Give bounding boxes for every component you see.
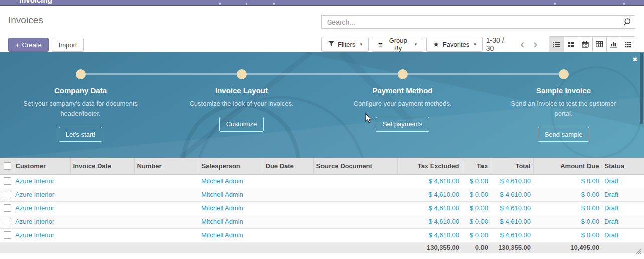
col-header-number[interactable]: Number [134,158,199,174]
close-icon[interactable]: ✖ [633,57,637,62]
table-header-row: Customer Invoice Date Number Salesperson… [0,158,644,174]
col-header-salesperson[interactable]: Salesperson [199,158,263,174]
create-button[interactable]: + Create [8,38,49,52]
col-header-total[interactable]: Total [491,158,533,174]
set-payments-button[interactable]: Set payments [376,117,430,132]
import-button-label: Import [59,41,77,49]
tax-cell: $ 0.00 [462,188,491,201]
number-cell [134,215,199,228]
pager-previous-icon[interactable]: ‹ [517,39,528,50]
row-checkbox[interactable] [4,231,11,239]
lets-start-button[interactable]: Let's start! [59,127,103,142]
status-cell: Draft [602,188,644,201]
col-header-status[interactable]: Status [602,158,644,174]
scrollbar-thumb[interactable] [640,53,643,124]
tax-cell: $ 0.00 [462,201,491,215]
app-brand[interactable]: Invoicing [19,0,52,4]
pager-range: 1-30 / 30 [486,36,509,52]
favorites-dropdown[interactable]: ★ Favorites ▾ [426,37,483,52]
resize-handle[interactable] [634,247,642,255]
search-icon[interactable] [623,18,631,29]
total-cell: $ 4,610.00 [491,201,533,215]
row-checkbox[interactable] [4,218,11,225]
favorites-label: Favorites [443,41,469,48]
customer-cell: Azure Interior [13,215,70,228]
calendar-view-icon[interactable] [578,37,592,52]
table-row[interactable]: Azure Interior Mitchell Admin $ 4,610.00… [0,215,644,228]
onboarding-banner: Company Data Set your company's data for… [0,52,644,158]
table-row[interactable]: Azure Interior Mitchell Admin $ 4,610.00… [0,201,644,215]
col-header-customer[interactable]: Customer [13,158,70,174]
amount-due-cell: $ 0.00 [533,228,602,242]
col-header-invoice-date[interactable]: Invoice Date [70,158,134,174]
invoicing-app: Invoicing Invoices + Create Import [0,0,644,259]
step-payment-method: Payment Method Configure your payment me… [322,52,483,158]
row-checkbox[interactable] [4,204,11,212]
search-panel: Filters ▾ ≡ Group By ▾ ★ Favorites ▾ 1-3… [321,15,635,52]
search-toolbar: Filters ▾ ≡ Group By ▾ ★ Favorites ▾ 1-3… [321,37,635,52]
due-date-cell [263,215,313,228]
source-document-cell [313,201,397,215]
graph-view-icon[interactable] [606,37,620,52]
import-button[interactable]: Import [52,38,84,52]
list-view-icon[interactable] [549,37,563,52]
pivot-view-icon[interactable] [592,37,606,52]
step-invoice-layout: Invoice Layout Customize the look of you… [161,52,322,158]
customer-cell: Azure Interior [13,188,70,201]
table-row[interactable]: Azure Interior Mitchell Admin $ 4,610.00… [0,174,644,188]
select-all-checkbox[interactable] [4,162,11,170]
navbar-clipped-icon-mark [554,3,556,5]
caret-down-icon: ▾ [415,42,417,47]
table-row[interactable]: Azure Interior Mitchell Admin $ 4,610.00… [0,188,644,201]
tax-excluded-cell: $ 4,610.00 [397,188,462,201]
invoice-date-cell [70,201,134,215]
source-document-cell [313,215,397,228]
step-title: Payment Method [372,86,432,95]
salesperson-cell: Mitchell Admin [199,174,263,188]
star-icon: ★ [433,41,439,48]
due-date-cell [263,188,313,201]
col-header-due-date[interactable]: Due Date [263,158,313,174]
row-checkbox[interactable] [4,177,11,185]
due-date-cell [263,228,313,242]
step-title: Company Data [54,86,107,95]
source-document-cell [313,228,397,242]
invoice-date-cell [70,188,134,201]
row-checkbox[interactable] [4,191,11,198]
col-header-amount-due[interactable]: Amount Due [533,158,602,174]
kanban-view-icon[interactable] [564,37,578,52]
amount-due-cell: $ 0.00 [533,201,602,215]
view-switcher [549,36,635,52]
search-box [321,15,635,29]
filters-label: Filters [338,41,355,48]
onboarding-steps: Company Data Set your company's data for… [0,52,644,158]
pager-next-icon[interactable]: › [530,39,541,50]
page-title: Invoices [8,15,43,26]
step-company-data: Company Data Set your company's data for… [0,52,161,158]
control-panel: Invoices + Create Import [0,6,644,52]
filters-dropdown[interactable]: Filters ▾ [321,37,369,52]
send-sample-button[interactable]: Send sample [538,127,590,142]
total-cell: $ 4,610.00 [491,188,533,201]
group-by-dropdown[interactable]: ≡ Group By ▾ [372,37,423,52]
col-header-tax-excluded[interactable]: Tax Excluded [397,158,462,174]
col-header-source-document[interactable]: Source Document [313,158,397,174]
amount-due-cell: $ 0.00 [533,215,602,228]
search-input[interactable] [322,16,635,28]
col-header-tax[interactable]: Tax [462,158,491,174]
footer-total: 130,355.00 [491,242,533,253]
status-cell: Draft [602,201,644,215]
customize-button[interactable]: Customize [219,117,264,132]
tax-cell: $ 0.00 [462,228,491,242]
row-select-cell [0,174,13,188]
step-title: Sample Invoice [536,86,591,95]
status-cell: Draft [602,174,644,188]
activity-view-icon[interactable] [621,37,635,52]
number-cell [134,174,199,188]
row-select-cell [0,228,13,242]
salesperson-cell: Mitchell Admin [199,228,263,242]
status-cell: Draft [602,215,644,228]
navbar-clipped-menu-mark [273,3,275,5]
table-row[interactable]: Azure Interior Mitchell Admin $ 4,610.00… [0,228,644,242]
number-cell [134,201,199,215]
